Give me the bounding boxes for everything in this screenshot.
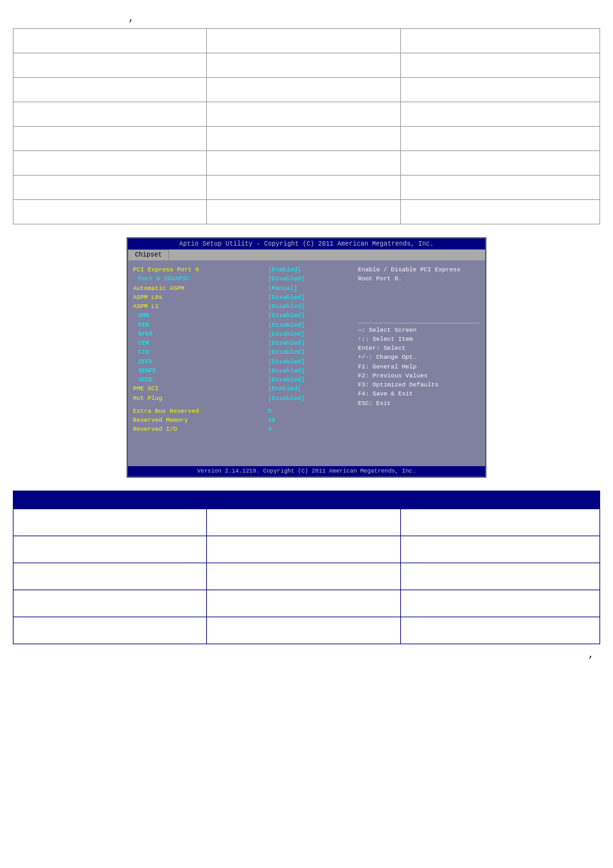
table-cell bbox=[207, 563, 400, 590]
table-cell bbox=[207, 29, 400, 53]
bios-item[interactable]: SEFE bbox=[133, 357, 262, 366]
table-cell bbox=[400, 563, 600, 590]
bios-screenshot: Aptio Setup Utility - Copyright (C) 2011… bbox=[127, 237, 486, 478]
bios-item[interactable]: ASPM L0s bbox=[133, 293, 262, 302]
table-cell bbox=[207, 200, 400, 224]
bios-item[interactable]: FER bbox=[133, 321, 262, 330]
table-row bbox=[13, 102, 600, 127]
bottom-table bbox=[13, 491, 600, 644]
bios-nav-keys: ↔: Select Screen ↑↓: Select Item Enter: … bbox=[358, 326, 480, 408]
table-row bbox=[13, 617, 600, 644]
table-cell bbox=[400, 617, 600, 644]
table-cell bbox=[207, 590, 400, 617]
table-row bbox=[13, 53, 600, 78]
bios-value: 4 bbox=[268, 425, 351, 434]
table-cell bbox=[207, 78, 400, 102]
table-row bbox=[13, 29, 600, 53]
bios-tabs: Chipset bbox=[128, 249, 485, 260]
bios-value: [Disabled] bbox=[268, 302, 351, 311]
table-cell bbox=[400, 53, 600, 78]
table-cell bbox=[400, 509, 600, 536]
table-row bbox=[13, 78, 600, 102]
bios-item[interactable]: SENFE bbox=[133, 366, 262, 375]
nav-key-f2: F2: Previous Values bbox=[358, 372, 480, 381]
bios-item[interactable]: ASPM L1 bbox=[133, 302, 262, 311]
table-row bbox=[13, 590, 600, 617]
bios-item[interactable]: SECE bbox=[133, 375, 262, 384]
table-cell bbox=[400, 78, 600, 102]
bios-item[interactable]: CER bbox=[133, 339, 262, 348]
table-row bbox=[13, 509, 600, 536]
bios-item[interactable]: Automatic ASPM bbox=[133, 284, 262, 293]
bios-value: [Disabled] bbox=[268, 375, 351, 384]
table-row bbox=[13, 127, 600, 151]
bios-value: [Disabled] bbox=[268, 339, 351, 348]
bios-value: 10 bbox=[268, 416, 351, 425]
bios-value: [Enabled] bbox=[268, 384, 351, 393]
nav-key-screen: ↔: Select Screen bbox=[358, 326, 480, 335]
table-cell bbox=[400, 176, 600, 200]
bios-body: PCI Express Port 0 Port 0 IOxAPIC Automa… bbox=[128, 260, 485, 466]
table-row bbox=[13, 563, 600, 590]
bios-value: [Manual] bbox=[268, 284, 351, 293]
bios-item[interactable]: Reserved I/O bbox=[133, 425, 262, 434]
bios-item[interactable]: NFER bbox=[133, 330, 262, 339]
bios-menu-items: PCI Express Port 0 Port 0 IOxAPIC Automa… bbox=[133, 266, 262, 461]
table-cell bbox=[13, 176, 207, 200]
bios-value: [Disabled] bbox=[268, 275, 351, 284]
nav-key-f3: F3: Optimized Defaults bbox=[358, 381, 480, 390]
bios-item[interactable]: URR bbox=[133, 311, 262, 320]
bios-value: [Disabled] bbox=[268, 357, 351, 366]
bios-value: [Disabled] bbox=[268, 293, 351, 302]
table-row bbox=[13, 200, 600, 224]
nav-key-f1: F1: General Help bbox=[358, 363, 480, 372]
table-cell bbox=[400, 102, 600, 127]
table-cell bbox=[400, 127, 600, 151]
nav-key-f4: F4: Save & Exit bbox=[358, 390, 480, 399]
table-cell bbox=[13, 536, 207, 563]
help-line-2: Root Port 0. bbox=[358, 275, 480, 284]
table-cell bbox=[400, 200, 600, 224]
table-cell bbox=[207, 151, 400, 176]
bios-help-panel: Enable / Disable PCI Express Root Port 0… bbox=[358, 266, 480, 461]
nav-key-item: ↑↓: Select Item bbox=[358, 335, 480, 344]
bios-help-description: Enable / Disable PCI Express Root Port 0… bbox=[358, 266, 480, 284]
table-cell bbox=[13, 590, 207, 617]
nav-key-esc: ESC: Exit bbox=[358, 399, 480, 408]
table-header-row bbox=[13, 491, 600, 509]
bios-item[interactable]: PCI Express Port 0 bbox=[133, 266, 262, 275]
bios-footer: Version 2.14.1219. Copyright (C) 2011 Am… bbox=[128, 466, 485, 476]
help-line-1: Enable / Disable PCI Express bbox=[358, 266, 480, 275]
bios-item[interactable]: CTO bbox=[133, 348, 262, 357]
bios-item[interactable]: Extra Bus Reserved bbox=[133, 407, 262, 416]
table-row bbox=[13, 176, 600, 200]
table-cell bbox=[207, 53, 400, 78]
table-cell bbox=[13, 53, 207, 78]
bios-item[interactable]: Hot Plug bbox=[133, 394, 262, 403]
bios-item[interactable]: Port 0 IOxAPIC bbox=[133, 275, 262, 284]
table-cell bbox=[13, 78, 207, 102]
bios-tab-chipset[interactable]: Chipset bbox=[128, 249, 169, 260]
table-cell bbox=[13, 151, 207, 176]
table-cell bbox=[207, 536, 400, 563]
table-cell bbox=[400, 590, 600, 617]
table-header-cell bbox=[400, 491, 600, 509]
table-cell bbox=[207, 617, 400, 644]
bios-value: [Disabled] bbox=[268, 394, 351, 403]
table-cell bbox=[13, 102, 207, 127]
table-header-cell bbox=[207, 491, 400, 509]
bios-item[interactable]: PME SCI bbox=[133, 384, 262, 393]
bios-value: 0 bbox=[268, 407, 351, 416]
top-table bbox=[13, 28, 600, 224]
bios-value: [Enabled] bbox=[268, 266, 351, 275]
bios-value: [Disabled] bbox=[268, 348, 351, 357]
bios-values: [Enabled] [Disabled] [Manual] [Disabled]… bbox=[268, 266, 351, 461]
table-row bbox=[13, 536, 600, 563]
table-cell bbox=[13, 200, 207, 224]
table-cell bbox=[400, 536, 600, 563]
bios-value: [Disabled] bbox=[268, 366, 351, 375]
table-header-cell bbox=[13, 491, 207, 509]
table-row bbox=[13, 151, 600, 176]
bios-item[interactable]: Reserved Memory bbox=[133, 416, 262, 425]
table-cell bbox=[207, 176, 400, 200]
